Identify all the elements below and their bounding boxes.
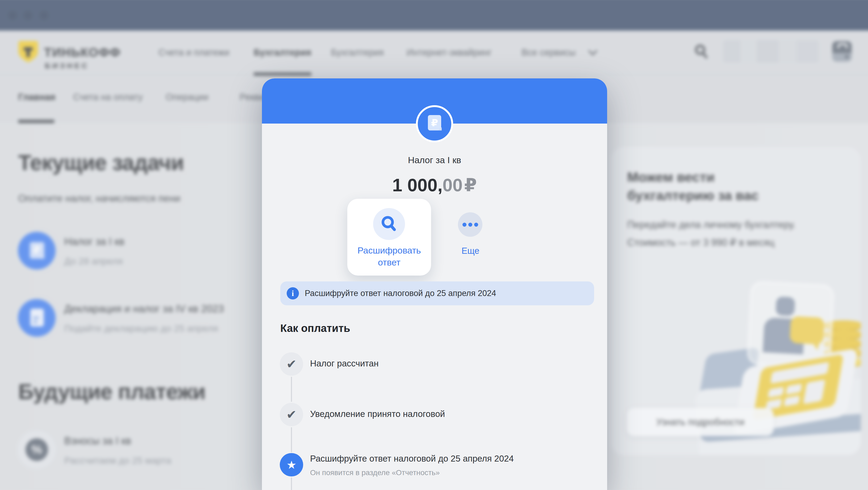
info-icon: i: [287, 287, 299, 299]
step-title: Налог рассчитан: [310, 358, 379, 368]
step-connector: [291, 427, 292, 452]
step-done-check-icon: ✔: [280, 352, 303, 376]
ruble-document-badge-icon: ₽: [416, 105, 453, 142]
step-subtitle: Он появится в разделе «Отчетность»: [310, 468, 440, 477]
ellipsis-icon: [462, 223, 466, 227]
info-banner-text: Расшифруйте ответ налоговой до 25 апреля…: [305, 282, 496, 305]
step-title: Расшифруйте ответ налоговой до 25 апреля…: [310, 454, 514, 464]
svg-text:₽: ₽: [431, 117, 438, 129]
step-connector: [291, 377, 292, 402]
modal-title: Налог за I кв: [262, 155, 607, 165]
step-title: Уведомление принято налоговой: [310, 409, 445, 419]
amount-currency: ₽: [464, 175, 477, 195]
how-to-pay-title: Как оплатить: [280, 322, 350, 334]
step-current-star-icon: ★: [280, 453, 303, 477]
tax-amount: 1 000,00₽: [262, 174, 607, 196]
search-action-circle: [373, 208, 405, 240]
info-banner[interactable]: i Расшифруйте ответ налоговой до 25 апре…: [280, 282, 594, 305]
step-connector: [291, 478, 292, 490]
amount-fraction: 00: [442, 175, 463, 195]
more-label: Еще: [448, 246, 493, 256]
more-button[interactable]: [458, 212, 483, 237]
decrypt-answer-label: Расшифровать ответ: [347, 244, 431, 268]
magnifier-icon: [373, 208, 405, 240]
step-done-check-icon: ✔: [280, 403, 303, 426]
amount-main: 1 000,: [392, 175, 442, 195]
decrypt-answer-button[interactable]: Расшифровать ответ: [347, 199, 431, 275]
app-window: ТИНЬКОФФ БИЗНЕС Счета и платежи Бухгалте…: [0, 0, 868, 490]
tax-modal: ₽ Налог за I кв 1 000,00₽ Расшифровать о…: [262, 78, 607, 490]
